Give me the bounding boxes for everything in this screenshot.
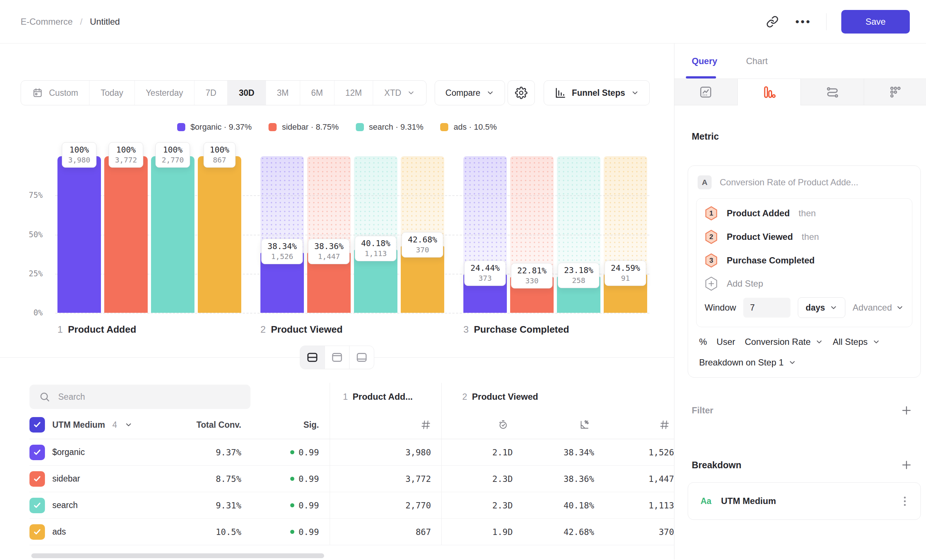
row-checkbox[interactable] <box>29 524 45 540</box>
panel-step-2[interactable]: 2Product Viewedthen <box>696 225 912 249</box>
metric-title[interactable]: Conversion Rate of Product Adde... <box>720 177 858 188</box>
breakdown-cell: search <box>29 492 184 518</box>
legend-item[interactable]: sidebar · 8.75% <box>269 122 339 132</box>
measure-prefix[interactable]: % <box>699 337 707 347</box>
stopwatch-check-icon[interactable] <box>498 420 508 430</box>
search-input[interactable] <box>57 392 241 402</box>
step2-count-cell: 370 <box>594 519 674 545</box>
measure-entity[interactable]: User <box>716 337 735 347</box>
date-range-today[interactable]: Today <box>89 81 135 105</box>
compare-button[interactable]: Compare <box>435 80 505 105</box>
row-checkbox[interactable] <box>29 445 45 460</box>
breadcrumb-separator: / <box>80 17 83 27</box>
hash-icon[interactable] <box>421 420 431 430</box>
legend-label: search · 9.31% <box>369 122 424 132</box>
step2-rate-cell: 42.68% <box>513 519 594 545</box>
date-range-12m[interactable]: 12M <box>334 81 374 105</box>
bar-value-label: 100%2,770 <box>156 142 190 168</box>
table-row-organic[interactable]: $organic9.37%0.993,9802.1D38.34%1,526 <box>29 439 674 466</box>
funnel-bar-search[interactable]: 40.18%1,113 <box>354 156 398 313</box>
chart-type-dropdown[interactable]: Funnel Steps <box>544 80 650 105</box>
funnel-bar-$organic[interactable]: 24.44%373 <box>463 156 507 313</box>
funnel-bar-sidebar[interactable]: 100%3,772 <box>104 156 148 313</box>
window-unit-select[interactable]: days <box>798 297 845 318</box>
measure-scope-dropdown[interactable]: All Steps <box>833 337 880 347</box>
conversion-chart-icon[interactable] <box>580 420 590 430</box>
funnel-bar-$organic[interactable]: 38.34%1,526 <box>260 156 304 313</box>
save-button[interactable]: Save <box>841 10 910 33</box>
funnel-bar-sidebar[interactable]: 22.81%330 <box>510 156 554 313</box>
funnel-bar-sidebar[interactable]: 38.36%1,447 <box>307 156 351 313</box>
date-range-custom[interactable]: Custom <box>21 81 89 105</box>
chevron-down-icon[interactable] <box>124 421 133 429</box>
flows-icon <box>825 85 840 99</box>
funnel-bar-ads[interactable]: 24.59%91 <box>604 156 647 313</box>
horizontal-scrollbar[interactable] <box>31 553 324 558</box>
funnel-bar-ads[interactable]: 42.68%370 <box>401 156 444 313</box>
sig-value: 0.99 <box>299 448 319 457</box>
step-number: 1 <box>343 392 348 402</box>
legend-item[interactable]: ads · 10.5% <box>440 122 496 132</box>
breakdown-cell: ads <box>29 519 184 545</box>
select-all-checkbox[interactable] <box>29 417 45 433</box>
legend-item[interactable]: $organic · 9.37% <box>177 122 251 132</box>
more-actions-button[interactable]: ••• <box>795 14 811 30</box>
funnel-bar-$organic[interactable]: 100%3,980 <box>57 156 101 313</box>
bottom-panel-view-button[interactable] <box>350 346 374 369</box>
bar-converted-region <box>198 156 241 313</box>
breakdown-on-step-dropdown[interactable]: Breakdown on Step 1 <box>699 357 912 368</box>
chart-type-funnel[interactable] <box>738 79 801 105</box>
panel-step-1[interactable]: 1Product Addedthen <box>696 201 912 225</box>
advanced-dropdown[interactable]: Advanced <box>853 303 904 313</box>
add-step-button[interactable]: Add Step <box>696 272 912 295</box>
date-range-6m[interactable]: 6M <box>300 81 334 105</box>
row-checkbox[interactable] <box>29 498 45 513</box>
tab-chart[interactable]: Chart <box>746 56 768 66</box>
sig-cell: 0.99 <box>241 466 330 492</box>
step2-time: 2.3D <box>492 501 513 510</box>
step-name: Purchase Completed <box>474 324 569 335</box>
hash-icon[interactable] <box>659 420 670 430</box>
date-range-yesterday[interactable]: Yesterday <box>135 81 194 105</box>
share-link-button[interactable] <box>764 14 781 30</box>
step-name: Product Viewed <box>271 324 343 335</box>
date-range-3m[interactable]: 3M <box>266 81 300 105</box>
top-panel-view-button[interactable] <box>325 346 350 369</box>
split-view-button[interactable] <box>300 346 325 369</box>
row-checkbox[interactable] <box>29 471 45 487</box>
total-conv-value: 9.37% <box>216 448 241 457</box>
breakdown-column-header[interactable]: UTM Medium <box>52 420 105 430</box>
tab-query[interactable]: Query <box>692 56 717 66</box>
table-step1-header[interactable]: 1 Product Add... <box>343 392 413 402</box>
measure-metric-dropdown[interactable]: Conversion Rate <box>745 337 823 347</box>
funnel-bar-ads[interactable]: 100%867 <box>198 156 241 313</box>
chart-type-retention[interactable] <box>864 79 926 105</box>
breadcrumb-project[interactable]: E-Commerce <box>21 17 73 27</box>
table-row-search[interactable]: search9.31%0.992,7702.3D40.18%1,113 <box>29 492 674 519</box>
table-row-ads[interactable]: ads10.5%0.998671.9D42.68%370 <box>29 519 674 545</box>
table-search[interactable] <box>29 384 250 409</box>
bar-rate-label: 100% <box>210 145 230 154</box>
table-row-sidebar[interactable]: sidebar8.75%0.993,7722.3D38.36%1,447 <box>29 466 674 492</box>
date-range-7d[interactable]: 7D <box>194 81 228 105</box>
date-range-xtd[interactable]: XTD <box>373 81 426 105</box>
funnel-bar-search[interactable]: 23.18%258 <box>557 156 601 313</box>
breadcrumb-report-title[interactable]: Untitled <box>90 17 120 27</box>
breakdown-item[interactable]: Aa UTM Medium <box>688 482 921 520</box>
panel-step-name: Product Viewed <box>727 232 793 242</box>
legend-item[interactable]: search · 9.31% <box>356 122 424 132</box>
panel-step-3[interactable]: 3Purchase Completed <box>696 249 912 272</box>
funnel-bar-search[interactable]: 100%2,770 <box>151 156 194 313</box>
add-breakdown-button[interactable] <box>901 459 912 471</box>
sig-header[interactable]: Sig. <box>304 420 319 430</box>
breakdown-count: 4 <box>112 420 117 430</box>
chart-type-flows[interactable] <box>801 79 864 105</box>
window-value-input[interactable] <box>743 298 790 318</box>
chart-type-insights[interactable] <box>675 79 738 105</box>
date-range-30d[interactable]: 30D <box>228 81 266 105</box>
chart-settings-button[interactable] <box>508 80 535 105</box>
add-filter-button[interactable] <box>901 405 912 416</box>
total-conv-header[interactable]: Total Conv. <box>196 420 241 430</box>
kebab-menu-icon[interactable] <box>902 495 908 508</box>
table-step2-header[interactable]: 2 Product Viewed <box>462 392 538 402</box>
